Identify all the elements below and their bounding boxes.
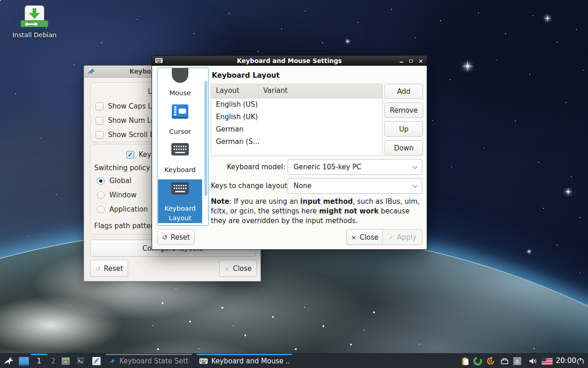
flags-path-label: Flags path pattern:: [94, 222, 160, 230]
minimize-button[interactable]: [398, 58, 405, 64]
bright-star: [467, 65, 468, 67]
window-label: Window: [109, 191, 136, 199]
bright-star: [529, 251, 529, 252]
bright-star: [547, 17, 548, 18]
sidebar-item-cursor[interactable]: Cursor: [158, 128, 203, 135]
scroll-lock-checkbox[interactable]: [96, 131, 103, 139]
bright-star: [347, 41, 348, 41]
maximize-button[interactable]: [408, 58, 414, 64]
add-button[interactable]: Add: [384, 84, 423, 99]
update-tray-icon[interactable]: [486, 356, 496, 366]
input-method-note: Note: If you are using an input method, …: [211, 197, 424, 226]
keyboard-icon[interactable]: [171, 143, 189, 155]
network-tray-icon[interactable]: [499, 356, 509, 366]
sidebar-item-mouse[interactable]: Mouse: [158, 89, 203, 97]
keys-change-layout-label: Keys to change layout:: [211, 182, 285, 190]
status-ring-tray-icon[interactable]: [473, 356, 483, 366]
power-button[interactable]: [575, 356, 585, 366]
text-editor-launcher[interactable]: [90, 354, 103, 368]
radio-global-row[interactable]: Global: [97, 177, 131, 185]
file-cabinet-icon: [60, 356, 71, 367]
keyboard-layout-icon: [171, 182, 189, 195]
reset-button[interactable]: ↺ Reset: [157, 229, 195, 245]
mouse-icon[interactable]: [172, 68, 188, 83]
close-button[interactable]: × Close: [346, 229, 383, 245]
clock[interactable]: 20:00: [556, 356, 577, 365]
task-keyboard-state-settings[interactable]: Keyboard State Settings: [105, 354, 193, 368]
keys-change-layout-select[interactable]: None: [288, 178, 422, 194]
check-icon: ✓: [388, 234, 394, 241]
window-radio[interactable]: [97, 191, 105, 199]
caps-lock-checkbox[interactable]: [96, 103, 103, 110]
column-layout[interactable]: Layout: [211, 84, 259, 98]
keyboard-mouse-window: Keyboard and Mouse Settings × Mouse Curs…: [152, 55, 427, 250]
global-label: Global: [109, 177, 131, 185]
keyboard-layout-flag[interactable]: [542, 358, 553, 365]
keyboard-model-label: Keyboard model:: [211, 163, 285, 171]
bird-menu-icon: [3, 356, 14, 367]
volume-tray-icon[interactable]: [528, 356, 538, 366]
feather-icon: [91, 356, 102, 367]
close-x-icon: ×: [351, 234, 356, 241]
task-keyboard-and-mouse-settings[interactable]: Keyboard and Mouse ...: [196, 354, 293, 368]
reset-button[interactable]: ↺ Reset: [90, 260, 128, 277]
applications-menu-button[interactable]: [2, 354, 16, 368]
file-manager-launcher[interactable]: [59, 354, 72, 368]
application-label: Application: [109, 205, 148, 213]
close-button[interactable]: × Close: [219, 260, 257, 277]
show-desktop-button[interactable]: [19, 357, 29, 366]
terminal-icon: [75, 356, 86, 367]
settings-category-list[interactable]: Mouse Cursor Keyboard Keyboard Layout: [157, 68, 209, 226]
inactive-task-indicator: [106, 354, 192, 355]
workspace-1-button[interactable]: 1: [32, 354, 46, 368]
keyboard-model-select[interactable]: Generic 105-key PC: [288, 159, 422, 175]
keyboard-layout-checkbox[interactable]: ✓: [126, 151, 134, 159]
radio-application-row[interactable]: Application: [97, 205, 148, 213]
close-window-button[interactable]: ×: [418, 58, 424, 64]
switching-policy-label: Switching policy: [94, 164, 150, 172]
chevron-down-icon: [413, 164, 418, 169]
chevron-down-icon: [413, 183, 418, 188]
layout-table[interactable]: Layout Variant English (US)English (UK)G…: [211, 84, 383, 156]
sidebar-item-keyboard[interactable]: Keyboard: [158, 166, 203, 173]
column-variant[interactable]: Variant: [259, 84, 382, 98]
radio-window-row[interactable]: Window: [97, 191, 136, 199]
sidebar-item-label: Keyboard Layout: [158, 204, 202, 223]
active-task-indicator: [197, 354, 292, 355]
removable-media-tray-icon[interactable]: [512, 356, 522, 366]
installer-icon: [23, 6, 46, 29]
install-debian-shortcut[interactable]: Install Debian: [9, 6, 60, 39]
window-title: Keyboard and Mouse Settings: [152, 57, 427, 64]
sidebar-item-keyboard-layout[interactable]: Keyboard Layout: [158, 179, 202, 223]
remove-button[interactable]: Remove: [384, 103, 423, 118]
clipboard-tray-icon[interactable]: [460, 356, 470, 366]
layout-row[interactable]: English (US): [211, 98, 382, 111]
stars: [0, 0, 1, 1]
keyboard-model-value: Generic 105-key PC: [294, 163, 362, 171]
taskbar: 1 2: [0, 353, 588, 368]
cursor-icon[interactable]: [172, 104, 188, 119]
bright-star: [567, 191, 568, 192]
undo-icon: ↺: [95, 265, 101, 272]
layout-row[interactable]: English (UK): [211, 111, 382, 123]
up-button[interactable]: Up: [384, 121, 423, 137]
page-title: Keyboard Layout: [212, 71, 280, 80]
keyboard-mouse-titlebar[interactable]: Keyboard and Mouse Settings ×: [152, 56, 427, 66]
layout-row[interactable]: German: [211, 123, 382, 136]
workspace-2-button[interactable]: 2: [46, 354, 60, 368]
table-header[interactable]: Layout Variant: [211, 84, 382, 98]
application-radio[interactable]: [97, 206, 105, 213]
down-button[interactable]: Down: [384, 140, 423, 155]
nebula-cloud: [404, 0, 588, 110]
apply-button[interactable]: ✓ Apply: [382, 229, 423, 245]
layout-row[interactable]: German (S…: [211, 136, 382, 148]
sidebar-scrollbar[interactable]: [204, 81, 207, 196]
layout-rows: English (US)English (UK)GermanGerman (S…: [211, 98, 382, 148]
bird-app-icon: [108, 357, 116, 366]
keyboard-icon: [199, 358, 208, 364]
num-lock-checkbox[interactable]: [96, 117, 103, 125]
global-radio[interactable]: [97, 177, 105, 185]
shortcut-label: Install Debian: [9, 31, 60, 39]
terminal-launcher[interactable]: [74, 354, 87, 368]
undo-icon: ↺: [162, 234, 168, 241]
